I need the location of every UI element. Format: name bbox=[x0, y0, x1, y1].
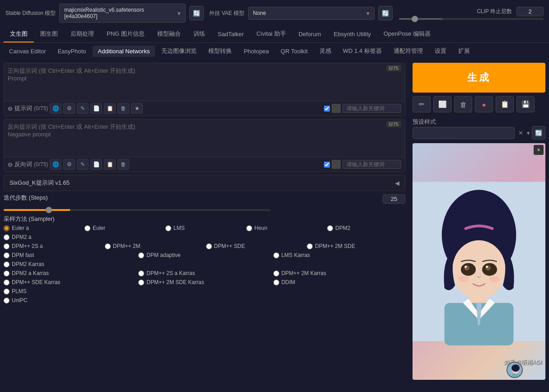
prompt-star-btn[interactable]: ★ bbox=[131, 103, 143, 114]
sampler-lms[interactable]: LMS bbox=[165, 225, 244, 231]
tab-extensions[interactable]: 扩展 bbox=[453, 45, 475, 57]
prompt-clear-btn[interactable]: 🗑 bbox=[117, 103, 129, 114]
tab-inspiration[interactable]: 灵感 bbox=[314, 45, 337, 57]
sampler-dpmpp2msde[interactable]: DPM++ 2M SDE bbox=[307, 243, 405, 249]
tab-train[interactable]: 训练 bbox=[187, 26, 211, 42]
trash-icon-btn[interactable]: 🗑 bbox=[454, 96, 472, 112]
clipboard-icon-btn[interactable]: 📋 bbox=[496, 96, 514, 112]
prompt-history-btn[interactable]: 📄 bbox=[90, 103, 102, 114]
preset-refresh-btn[interactable]: 🔄 bbox=[532, 126, 545, 140]
neg-clear-btn[interactable]: 🗑 bbox=[117, 159, 129, 170]
sampler-dpmpp2m[interactable]: DPM++ 2M bbox=[105, 243, 203, 249]
prompt-edit-btn[interactable]: ✎ bbox=[77, 103, 89, 114]
clip-slider[interactable] bbox=[399, 18, 544, 20]
sampler-dpm2[interactable]: DPM2 bbox=[327, 225, 405, 231]
sampler-dpmppsde-karras[interactable]: DPM++ SDE Karras bbox=[4, 279, 136, 285]
script-arrow-icon: ◀ bbox=[395, 180, 399, 187]
sampler-dpmpp2sa-karras[interactable]: DPM++ 2S a Karras bbox=[138, 270, 270, 276]
tab-png-info[interactable]: PNG 图片信息 bbox=[100, 26, 151, 42]
tab-image-browser[interactable]: 无边图像浏览 bbox=[156, 45, 202, 57]
tab-sadtalker[interactable]: SadTalker bbox=[211, 27, 250, 42]
positive-token-count: 0/75 bbox=[386, 65, 401, 71]
model-refresh-btn[interactable]: 🔄 bbox=[189, 6, 204, 20]
negative-toolbar-count: (0/75) bbox=[34, 161, 48, 168]
negative-prompt-container: 0/75 ⊖ 反向词 (0/75) 🌐 ⚙ ✎ 📄 📋 🗑 bbox=[4, 119, 405, 172]
image-close-btn[interactable]: × bbox=[534, 145, 544, 155]
sampler-ddim[interactable]: DDIM bbox=[273, 279, 405, 285]
tab-img2img[interactable]: 图生图 bbox=[34, 26, 64, 42]
sampler-lms-karras[interactable]: LMS Karras bbox=[273, 252, 405, 258]
sampler-dpmfast[interactable]: DPM fast bbox=[4, 252, 136, 258]
negative-keyword-input[interactable] bbox=[343, 160, 401, 169]
tab-civitai[interactable]: Civitai 助手 bbox=[250, 26, 292, 42]
model-chevron-icon: ▾ bbox=[178, 10, 181, 17]
tab-extras[interactable]: 后期处理 bbox=[64, 26, 100, 42]
neg-edit-btn[interactable]: ✎ bbox=[77, 159, 89, 170]
save-icon-btn[interactable]: 💾 bbox=[516, 96, 535, 112]
tool-buttons-row: ✏ ⬜ 🗑 ● 📋 💾 bbox=[413, 96, 545, 112]
clip-slider-wrap: CLIP 终止层数 2 bbox=[399, 7, 544, 20]
negative-prompt-checkbox[interactable] bbox=[324, 162, 330, 168]
vae-dropdown[interactable]: None ▾ bbox=[248, 7, 375, 20]
square-icon-btn[interactable]: ⬜ bbox=[433, 96, 451, 112]
preset-arrow-icon[interactable]: ▾ bbox=[527, 130, 530, 136]
negative-prompt-toggle[interactable]: ⊖ 反向词 (0/75) bbox=[8, 160, 48, 168]
generate-button[interactable]: 生成 bbox=[413, 63, 545, 93]
red-circle-icon-btn[interactable]: ● bbox=[475, 96, 493, 112]
sampler-euler[interactable]: Euler bbox=[84, 225, 163, 231]
tab-deforum[interactable]: Deforum bbox=[292, 27, 328, 42]
prompt-toggle-icon[interactable] bbox=[332, 104, 341, 113]
neg-settings-btn[interactable]: ⚙ bbox=[63, 159, 75, 170]
positive-prompt-toggle[interactable]: ⊖ 提示词 (0/75) bbox=[8, 104, 48, 112]
model-dropdown[interactable]: majicmixRealistic_v6.safetensors [e4a30e… bbox=[59, 4, 186, 23]
tab-easy-photo[interactable]: EasyPhoto bbox=[52, 46, 92, 57]
positive-prompt-checkbox[interactable] bbox=[324, 106, 330, 112]
tab-additional-networks[interactable]: Additional Networks bbox=[93, 46, 155, 57]
svg-point-12 bbox=[486, 266, 488, 268]
sampler-dpmppsde[interactable]: DPM++ SDE bbox=[206, 243, 305, 249]
sampler-dpmadaptive[interactable]: DPM adaptive bbox=[138, 252, 270, 258]
vae-refresh-btn[interactable]: 🔄 bbox=[378, 6, 393, 20]
tab-ebsynth[interactable]: Ebsynth Utility bbox=[327, 27, 377, 42]
sampler-dpmpp2m-karras[interactable]: DPM++ 2M Karras bbox=[273, 270, 405, 276]
tab-txt2img[interactable]: 文生图 bbox=[4, 26, 34, 42]
prompt-settings-btn[interactable]: ⚙ bbox=[63, 103, 75, 114]
negative-prompt-textarea[interactable] bbox=[4, 119, 405, 155]
positive-prompt-textarea[interactable] bbox=[4, 63, 405, 99]
right-panel: 生成 ✏ ⬜ 🗑 ● 📋 💾 预设样式 ✕ ▾ 🔄 × bbox=[409, 59, 549, 383]
preset-clear-icon[interactable]: ✕ bbox=[516, 130, 525, 136]
sampler-unipc[interactable]: UniPC bbox=[4, 297, 405, 303]
neg-copy-btn[interactable]: 📋 bbox=[104, 159, 116, 170]
neg-translate-btn[interactable]: 🌐 bbox=[50, 159, 61, 170]
sampler-dpm2a-karras[interactable]: DPM2 a Karras bbox=[4, 270, 136, 276]
script-dropdown[interactable]: SixGod_K提示词 v1.65 ◀ bbox=[4, 175, 405, 191]
tab-model-convert[interactable]: 模型转换 bbox=[203, 45, 237, 57]
tab-model-merge[interactable]: 模型融合 bbox=[151, 26, 187, 42]
sampler-dpm2a[interactable]: DPM2 a bbox=[4, 234, 82, 240]
neg-history-btn[interactable]: 📄 bbox=[90, 159, 102, 170]
sampler-dpmpp2msde-karras[interactable]: DPM++ 2M SDE Karras bbox=[138, 279, 270, 285]
sampler-dpm2-karras[interactable]: DPM2 Karras bbox=[4, 261, 136, 267]
positive-keyword-input[interactable] bbox=[343, 104, 401, 113]
steps-slider[interactable] bbox=[4, 209, 270, 211]
sampler-euler-a[interactable]: Euler a bbox=[4, 225, 82, 231]
sampler-grid-3: DPM fast DPM adaptive LMS Karras DPM2 Ka… bbox=[4, 252, 405, 267]
tab-canvas-editor[interactable]: Canvas Editor bbox=[4, 46, 52, 57]
svg-point-9 bbox=[464, 265, 469, 271]
sampler-grid-2: DPM++ 2S a DPM++ 2M DPM++ SDE DPM++ 2M S… bbox=[4, 243, 405, 249]
tab-photopea[interactable]: Photopea bbox=[238, 46, 274, 57]
sampler-plms[interactable]: PLMS bbox=[4, 288, 136, 294]
tab-settings[interactable]: 设置 bbox=[429, 45, 452, 57]
sampler-dpmpp2sa[interactable]: DPM++ 2S a bbox=[4, 243, 102, 249]
tab-wd-tagger[interactable]: WD 1.4 标签器 bbox=[338, 45, 387, 57]
tab-qr-toolkit[interactable]: QR Toolkit bbox=[275, 46, 313, 57]
neg-toggle-icon[interactable] bbox=[332, 160, 341, 169]
pencil-icon-btn[interactable]: ✏ bbox=[413, 96, 431, 112]
sampler-grid-6: UniPC bbox=[4, 297, 405, 303]
tab-wildcard-mgmt[interactable]: 通配符管理 bbox=[388, 45, 428, 57]
preset-input[interactable] bbox=[413, 127, 515, 139]
prompt-copy-btn[interactable]: 📋 bbox=[104, 103, 116, 114]
prompt-translate-btn[interactable]: 🌐 bbox=[50, 103, 61, 114]
sampler-heun[interactable]: Heun bbox=[246, 225, 324, 231]
tab-openpose[interactable]: OpenPose 编辑器 bbox=[377, 26, 437, 42]
